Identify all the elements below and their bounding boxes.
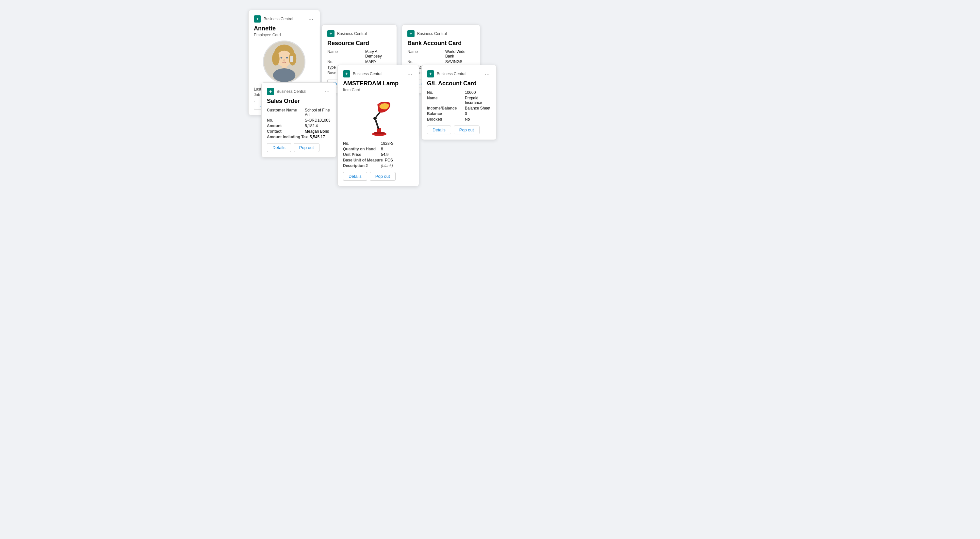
item-popout-button[interactable]: Pop out	[370, 172, 396, 181]
sales-card-header: + Business Central ···	[267, 88, 331, 95]
sales-amount-label: Amount	[267, 124, 303, 128]
sales-contact-row: Contact Meagan Bond	[267, 129, 331, 134]
resource-card-header: + Business Central ···	[327, 30, 391, 37]
gl-blocked-value: No	[465, 117, 470, 121]
lamp-image-container	[343, 96, 414, 138]
gl-no-value: 10600	[465, 90, 476, 95]
item-details-button[interactable]: Details	[343, 172, 367, 181]
bc-label-resource: Business Central	[337, 31, 367, 36]
item-card-header: + Business Central ···	[343, 70, 414, 78]
bc-label-gl: Business Central	[437, 72, 466, 76]
more-menu-sales[interactable]: ···	[323, 88, 331, 95]
sales-contact-label: Contact	[267, 129, 303, 134]
bc-icon-item: +	[343, 70, 350, 78]
more-menu-bank[interactable]: ···	[467, 30, 475, 37]
item-card: + Business Central ··· AMSTERDAM Lamp It…	[337, 65, 419, 186]
bank-card-header-left: + Business Central	[407, 30, 447, 37]
gl-income-value: Balance Sheet	[465, 106, 490, 110]
bank-card-header: + Business Central ···	[407, 30, 475, 37]
resource-name-value: Mary A. Dempsey	[365, 49, 391, 59]
item-no-row: No. 1928-S	[343, 141, 414, 146]
item-qty-row: Quantity on Hand 8	[343, 147, 414, 151]
gl-actions: Details Pop out	[427, 126, 491, 134]
sales-tax-label: Amount Including Tax	[267, 135, 308, 139]
sales-customer-value: School of Fine Art	[305, 108, 331, 117]
item-baseunit-label: Base Unit of Measure	[343, 158, 383, 163]
gl-popout-button[interactable]: Pop out	[454, 126, 480, 134]
more-menu-gl[interactable]: ···	[484, 70, 491, 78]
item-subtitle: Item Card	[343, 88, 414, 92]
bank-name-label: Name	[407, 49, 443, 59]
gl-balance-label: Balance	[427, 112, 463, 116]
item-no-value: 1928-S	[381, 141, 394, 146]
item-baseunit-value: PCS	[385, 158, 393, 163]
employee-avatar-wrap	[254, 40, 315, 83]
gl-income-label: Income/Balance	[427, 106, 463, 110]
sales-order-card: + Business Central ··· Sales Order Custo…	[261, 82, 336, 158]
more-menu-item[interactable]: ···	[406, 70, 414, 78]
item-qty-label: Quantity on Hand	[343, 147, 379, 151]
gl-name-row: Name Prepaid Insurance	[427, 96, 491, 105]
item-price-row: Unit Price 54.9	[343, 152, 414, 157]
employee-avatar	[263, 40, 305, 83]
item-price-label: Unit Price	[343, 152, 379, 157]
gl-card-header: + Business Central ···	[427, 70, 491, 78]
bank-name-value: World Wide Bank	[445, 49, 475, 59]
resource-title: Resource Card	[327, 40, 391, 47]
gl-name-value: Prepaid Insurance	[465, 96, 491, 105]
bc-label-item: Business Central	[353, 72, 382, 76]
more-menu-resource[interactable]: ···	[384, 30, 391, 37]
resource-name-label: Name	[327, 49, 363, 59]
gl-balance-value: 0	[465, 112, 467, 116]
bc-icon-bank: +	[407, 30, 415, 37]
gl-no-row: No. 10600	[427, 90, 491, 95]
gl-blocked-row: Blocked No	[427, 117, 491, 121]
gl-details-button[interactable]: Details	[427, 126, 451, 134]
sales-card-header-left: + Business Central	[267, 88, 306, 95]
bc-icon-employee: +	[254, 15, 261, 22]
sales-customer-label: Customer Name	[267, 108, 303, 117]
sales-customer-row: Customer Name School of Fine Art	[267, 108, 331, 117]
item-title: AMSTERDAM Lamp	[343, 80, 414, 87]
gl-balance-row: Balance 0	[427, 112, 491, 116]
gl-title: G/L Account Card	[427, 80, 491, 87]
item-baseunit-row: Base Unit of Measure PCS	[343, 158, 414, 163]
sales-actions: Details Pop out	[267, 143, 331, 152]
bc-label-sales: Business Central	[277, 89, 306, 94]
gl-income-row: Income/Balance Balance Sheet	[427, 106, 491, 110]
sales-details-button[interactable]: Details	[267, 143, 291, 152]
bank-title: Bank Account Card	[407, 40, 475, 47]
gl-name-label: Name	[427, 96, 463, 105]
item-card-header-left: + Business Central	[343, 70, 382, 78]
lamp-svg	[357, 96, 399, 138]
more-menu-employee[interactable]: ···	[307, 15, 315, 22]
item-price-value: 54.9	[381, 152, 388, 157]
bc-icon-sales: +	[267, 88, 274, 95]
employee-card-header-left: + Business Central	[254, 15, 293, 22]
bc-label-bank: Business Central	[417, 31, 447, 36]
item-desc2-value: (blank)	[381, 163, 393, 168]
employee-subtitle: Employee Card	[254, 33, 315, 37]
bank-no-label: No.	[407, 59, 443, 64]
sales-contact-value: Meagan Bond	[305, 129, 329, 134]
bank-no-value: SAVINGS	[445, 59, 462, 64]
svg-point-9	[281, 57, 283, 59]
gl-blocked-label: Blocked	[427, 117, 463, 121]
gl-no-label: No.	[427, 90, 463, 95]
svg-rect-8	[290, 56, 293, 62]
sales-tax-value: 5,545.17	[310, 135, 325, 139]
bank-name-row: Name World Wide Bank	[407, 49, 475, 59]
employee-title: Annette	[254, 25, 315, 32]
bc-icon-gl: +	[427, 70, 434, 78]
resource-name-row: Name Mary A. Dempsey	[327, 49, 391, 59]
item-no-label: No.	[343, 141, 379, 146]
sales-amount-value: 5,182.4	[305, 124, 318, 128]
bc-label-employee: Business Central	[264, 17, 293, 21]
sales-popout-button[interactable]: Pop out	[294, 143, 320, 152]
item-desc2-row: Description 2 (blank)	[343, 163, 414, 168]
bank-no-row: No. SAVINGS	[407, 59, 475, 64]
employee-card-header: + Business Central ···	[254, 15, 315, 22]
sales-tax-row: Amount Including Tax 5,545.17	[267, 135, 331, 139]
svg-point-17	[373, 132, 385, 134]
sales-title: Sales Order	[267, 98, 331, 105]
